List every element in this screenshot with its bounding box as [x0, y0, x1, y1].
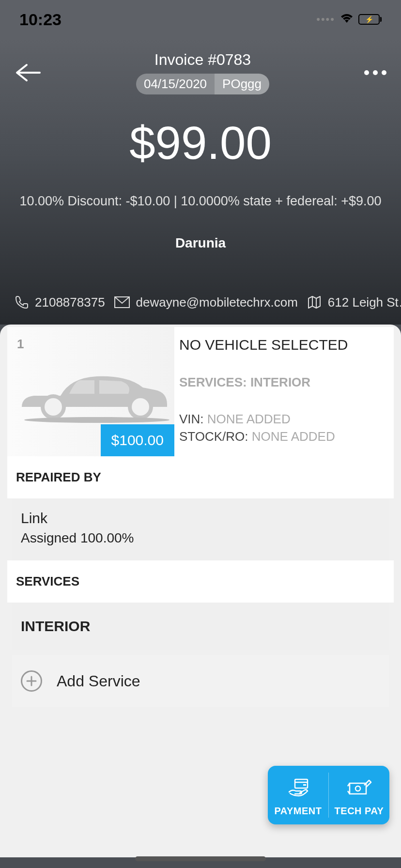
- battery-icon: ⚡: [358, 14, 382, 25]
- invoice-amount: $99.00: [0, 116, 401, 170]
- phone-link[interactable]: 2108878375: [15, 295, 105, 310]
- repairer-row[interactable]: Link Assigned 100.00%: [12, 498, 389, 560]
- repairer-name: Link: [21, 510, 380, 527]
- car-icon: [7, 361, 174, 426]
- repairer-assigned: Assigned 100.00%: [21, 530, 380, 546]
- plus-circle-icon: [21, 670, 42, 692]
- phone-text: 2108878375: [35, 295, 105, 310]
- more-button[interactable]: [364, 70, 386, 75]
- address-text: 612 Leigh St…: [328, 295, 401, 310]
- service-category[interactable]: INTERIOR: [12, 603, 389, 650]
- phone-icon: [15, 295, 29, 310]
- mail-icon: [114, 296, 130, 309]
- invoice-date: 04/15/2020: [136, 74, 215, 94]
- back-button[interactable]: [15, 63, 41, 82]
- status-bar: 10:23 •••• ⚡: [0, 0, 401, 39]
- stock-row: STOCK/RO: NONE ADDED: [179, 429, 389, 444]
- fab-container: PAYMENT TECH PAY: [268, 766, 389, 824]
- vehicle-card[interactable]: 1 $100.00 NO VEHICLE SELECTED SERVICES: …: [7, 327, 394, 456]
- vehicle-thumbnail: 1 $100.00: [7, 327, 174, 456]
- invoice-meta-pill: 04/15/2020 POggg: [136, 74, 269, 94]
- svg-rect-8: [303, 784, 306, 786]
- map-icon: [307, 294, 322, 310]
- vin-value: NONE ADDED: [207, 412, 291, 426]
- vin-label: VIN:: [179, 412, 204, 426]
- status-time: 10:23: [19, 10, 62, 29]
- email-link[interactable]: dewayne@mobiletechrx.com: [114, 295, 298, 310]
- wifi-icon: [340, 12, 354, 27]
- vin-row: VIN: NONE ADDED: [179, 412, 389, 427]
- vehicle-title: NO VEHICLE SELECTED: [179, 337, 389, 353]
- svg-rect-6: [295, 779, 308, 788]
- discount-tax-line: 10.00% Discount: -$10.00 | 10.0000% stat…: [0, 194, 401, 209]
- customer-name: Darunia: [0, 235, 401, 251]
- svg-point-11: [355, 786, 360, 791]
- stock-label: STOCK/RO:: [179, 429, 248, 444]
- invoice-header: Invoice #0783 04/15/2020 POggg $99.00 10…: [0, 39, 401, 325]
- add-service-button[interactable]: Add Service: [12, 655, 389, 707]
- techpay-button[interactable]: TECH PAY: [329, 766, 389, 824]
- vehicle-services-label: SERVICES: INTERIOR: [179, 375, 389, 390]
- payment-button[interactable]: PAYMENT: [268, 766, 328, 824]
- repaired-by-heading: REPAIRED BY: [7, 456, 394, 498]
- services-heading: SERVICES: [7, 560, 394, 603]
- svg-point-2: [45, 398, 62, 416]
- vehicle-price-badge: $100.00: [101, 424, 174, 456]
- techpay-icon: [347, 777, 372, 799]
- techpay-label: TECH PAY: [335, 806, 384, 817]
- email-text: dewayne@mobiletechrx.com: [136, 295, 298, 310]
- payment-label: PAYMENT: [275, 806, 322, 817]
- svg-point-4: [132, 398, 149, 416]
- address-link[interactable]: 612 Leigh St…: [307, 294, 401, 310]
- payment-icon: [287, 777, 309, 799]
- vehicle-index: 1: [17, 337, 24, 352]
- svg-point-5: [24, 417, 170, 423]
- signal-icon: ••••: [316, 13, 335, 26]
- home-indicator[interactable]: [135, 856, 266, 861]
- invoice-po: POggg: [215, 74, 269, 94]
- stock-value: NONE ADDED: [252, 429, 335, 444]
- status-icons: •••• ⚡: [316, 12, 382, 27]
- add-service-label: Add Service: [57, 672, 140, 690]
- page-title: Invoice #0783: [41, 51, 364, 69]
